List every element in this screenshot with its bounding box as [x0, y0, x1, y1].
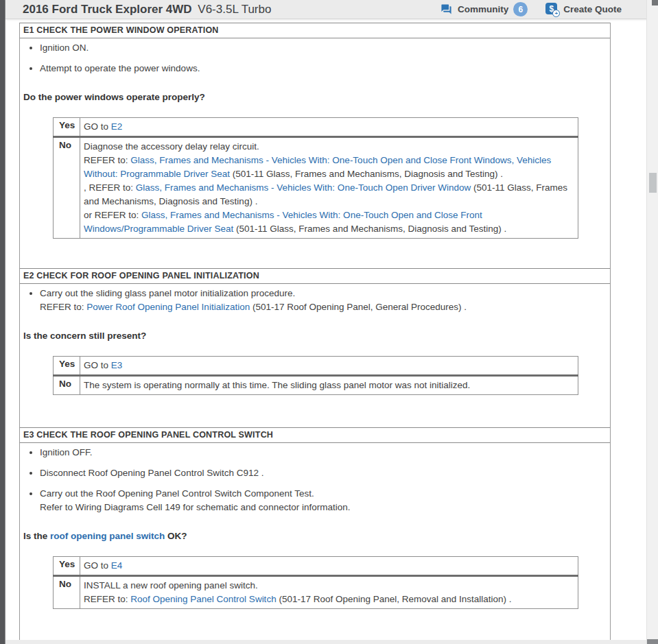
- decision-row-no: NoINSTALL a new roof opening panel switc…: [54, 576, 578, 609]
- text-segment: OK?: [165, 531, 187, 541]
- text-segment: Disconnect Roof Opening Panel Control Sw…: [40, 468, 263, 478]
- instruction-line: Refer to Wiring Diagrams Cell 149 for sc…: [40, 501, 604, 514]
- vehicle-title-main: 2016 Ford Truck Explorer 4WD: [23, 3, 192, 16]
- text-segment: Ignition ON.: [40, 43, 89, 53]
- instruction-line: Carry out the Roof Opening Panel Control…: [40, 487, 604, 501]
- instruction-line: Ignition ON.: [40, 41, 604, 55]
- community-button[interactable]: Community 6: [440, 2, 528, 16]
- decision-question: Do the power windows operate properly?: [23, 91, 604, 104]
- answer-cell: Yes: [54, 357, 80, 376]
- text-segment: , REFER to:: [84, 182, 136, 193]
- decision-table: YesGO to E3NoThe system is operating nor…: [53, 356, 578, 395]
- decision-row-no: NoThe system is operating normally at th…: [54, 376, 578, 395]
- diagnostic-section-e3: E3 CHECK THE ROOF OPENING PANEL CONTROL …: [20, 427, 610, 609]
- section-heading: E1 CHECK THE POWER WINDOW OPERATION: [20, 23, 610, 38]
- scrollbar-thumb[interactable]: [649, 173, 657, 193]
- action-line: GO to E2: [84, 120, 572, 134]
- text-segment: (501-11 Glass, Frames and Mechanisms, Di…: [230, 169, 503, 179]
- text-segment: Attempt to operate the power windows.: [40, 63, 200, 73]
- text-segment: Refer to Wiring Diagrams Cell 149 for sc…: [40, 502, 350, 512]
- instruction-bullet: Disconnect Roof Opening Panel Control Sw…: [40, 466, 604, 480]
- instruction-line: Carry out the sliding glass panel motor …: [40, 287, 604, 300]
- decision-row-yes: YesGO to E2: [54, 118, 578, 137]
- instruction-line: Attempt to operate the power windows.: [40, 62, 604, 75]
- answer-cell: No: [54, 137, 80, 239]
- section-body: Carry out the sliding glass panel motor …: [20, 287, 610, 427]
- vehicle-title-engine: V6-3.5L Turbo: [198, 3, 271, 16]
- instruction-bullet: Ignition ON.: [40, 41, 604, 55]
- text-segment: REFER to:: [84, 155, 130, 165]
- text-segment: Carry out the Roof Opening Panel Control…: [40, 488, 314, 499]
- text-segment: Carry out the sliding glass panel motor …: [40, 288, 295, 298]
- text-segment: GO to: [84, 560, 111, 571]
- instruction-line: Ignition OFF.: [40, 446, 604, 460]
- vertical-scrollbar[interactable]: [646, 0, 658, 644]
- text-segment: Is the concern still present?: [23, 331, 146, 341]
- dollar-plus-icon: $ +: [545, 3, 559, 16]
- answer-cell: Yes: [54, 118, 80, 137]
- text-segment: GO to: [84, 360, 111, 370]
- community-chat-icon: [440, 3, 453, 15]
- scrollbar-corner: [647, 639, 658, 644]
- reference-link[interactable]: Power Roof Opening Panel Initialization: [86, 302, 250, 312]
- text-segment: GO to: [84, 121, 111, 132]
- bottom-edge-strip: [5, 640, 648, 644]
- decision-table: YesGO to E2NoDiagnose the accessory dela…: [53, 117, 578, 239]
- text-segment: or REFER to:: [84, 210, 141, 220]
- action-line: Diagnose the accessory delay relay circu…: [84, 140, 572, 154]
- instruction-list: Ignition ON.Attempt to operate the power…: [23, 41, 604, 75]
- section-heading: E2 CHECK FOR ROOF OPENING PANEL INITIALI…: [20, 268, 610, 284]
- diagnostic-section-e1: E1 CHECK THE POWER WINDOW OPERATIONIgnit…: [20, 23, 610, 268]
- create-quote-button[interactable]: $ + Create Quote: [545, 3, 622, 16]
- decision-question: Is the roof opening panel switch OK?: [23, 529, 604, 543]
- reference-link[interactable]: Glass, Frames and Mechanisms - Vehicles …: [136, 182, 471, 193]
- text-segment: (501-11 Glass, Frames and Mechanisms, Di…: [233, 224, 506, 234]
- page-header: 2016 Ford Truck Explorer 4WD V6-3.5L Tur…: [5, 0, 648, 19]
- action-line: , REFER to: Glass, Frames and Mechanisms…: [84, 181, 572, 208]
- header-actions: Community 6 $ + Create Quote: [440, 2, 622, 16]
- text-segment: Is the: [23, 531, 50, 541]
- decision-table: YesGO to E4NoINSTALL a new roof opening …: [53, 556, 578, 609]
- goto-link[interactable]: E4: [111, 560, 123, 571]
- instruction-bullet: Carry out the sliding glass panel motor …: [40, 287, 604, 314]
- create-quote-label: Create Quote: [563, 4, 622, 14]
- instruction-bullet: Ignition OFF.: [40, 446, 604, 460]
- instruction-list: Carry out the sliding glass panel motor …: [23, 287, 604, 314]
- instruction-bullet: Carry out the Roof Opening Panel Control…: [40, 487, 604, 514]
- decision-row-no: NoDiagnose the accessory delay relay cir…: [54, 137, 578, 239]
- plus-glyph: +: [552, 10, 560, 17]
- text-segment: (501-17 Roof Opening Panel, General Proc…: [250, 302, 467, 312]
- instruction-line: Disconnect Roof Opening Panel Control Sw…: [40, 466, 604, 480]
- text-segment: INSTALL a new roof opening panel switch.: [84, 580, 258, 591]
- action-line: REFER to: Roof Opening Panel Control Swi…: [84, 593, 572, 606]
- left-edge-strip: [0, 0, 5, 644]
- text-segment: REFER to:: [84, 594, 130, 604]
- instruction-line: REFER to: Power Roof Opening Panel Initi…: [40, 300, 604, 314]
- action-cell: GO to E2: [80, 118, 578, 137]
- vehicle-title: 2016 Ford Truck Explorer 4WD V6-3.5L Tur…: [23, 3, 271, 16]
- answer-cell: No: [54, 376, 80, 395]
- action-cell: The system is operating normally at this…: [80, 376, 578, 395]
- action-line: INSTALL a new roof opening panel switch.: [84, 579, 572, 593]
- text-segment: Ignition OFF.: [40, 447, 93, 457]
- text-segment: The system is operating normally at this…: [84, 380, 470, 390]
- goto-link[interactable]: E3: [111, 360, 123, 370]
- answer-cell: No: [54, 576, 80, 609]
- action-cell: GO to E3: [80, 357, 578, 376]
- reference-link[interactable]: roof opening panel switch: [50, 531, 165, 541]
- action-line: REFER to: Glass, Frames and Mechanisms -…: [84, 154, 572, 181]
- action-cell: INSTALL a new roof opening panel switch.…: [80, 576, 578, 609]
- goto-link[interactable]: E2: [111, 121, 123, 132]
- decision-question: Is the concern still present?: [23, 329, 604, 343]
- instruction-list: Ignition OFF.Disconnect Roof Opening Pan…: [23, 446, 604, 514]
- decision-row-yes: YesGO to E4: [54, 557, 578, 576]
- action-cell: Diagnose the accessory delay relay circu…: [80, 137, 578, 239]
- section-heading: E3 CHECK THE ROOF OPENING PANEL CONTROL …: [20, 427, 610, 443]
- community-count-badge: 6: [513, 2, 528, 16]
- reference-link[interactable]: Roof Opening Panel Control Switch: [130, 594, 276, 604]
- text-segment: Do the power windows operate properly?: [23, 92, 205, 102]
- section-body: Ignition ON.Attempt to operate the power…: [20, 41, 610, 268]
- scrollbar-top-button[interactable]: [652, 0, 658, 5]
- action-cell: GO to E4: [80, 557, 578, 576]
- text-segment: Diagnose the accessory delay relay circu…: [84, 141, 259, 152]
